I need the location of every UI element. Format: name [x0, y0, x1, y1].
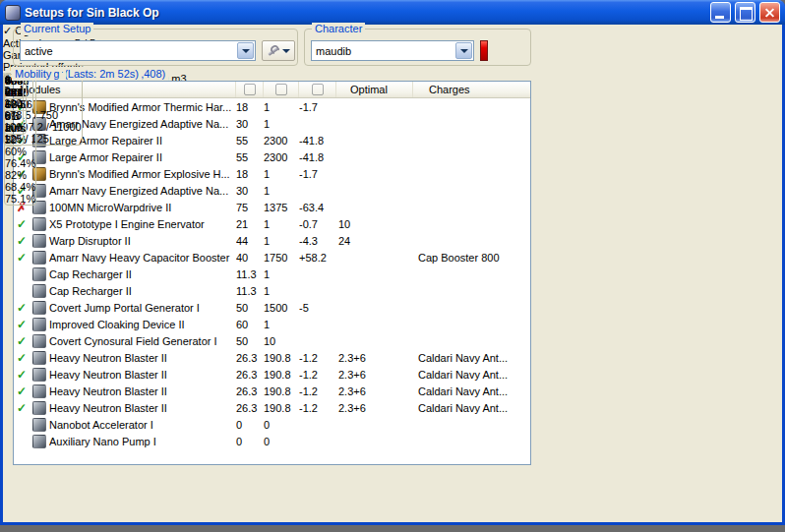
column-header-charges[interactable]: Charges: [413, 82, 530, 97]
close-button[interactable]: [759, 2, 780, 23]
character-label: Character: [312, 23, 365, 35]
table-row[interactable]: ✓Heavy Neutron Blaster II26.3190.8-1.22.…: [14, 366, 530, 383]
module-cap-use: +58.2: [299, 252, 336, 264]
module-cpu: 0: [236, 419, 264, 431]
table-row[interactable]: ✓Heavy Neutron Blaster II26.3190.8-1.22.…: [14, 349, 530, 366]
module-cap-use: -41.8: [299, 135, 336, 147]
module-name: Cap Recharger II: [49, 285, 236, 297]
module-cpu: 40: [236, 252, 264, 264]
table-row[interactable]: ✓Large Armor Repairer II552300-41.8: [14, 148, 530, 165]
ship-parameters-group: Ship Parameters Hitpoints (Effective HP:…: [3, 73, 5, 75]
module-optimal: 2.3+6: [336, 385, 413, 397]
blaster-icon: [32, 384, 46, 398]
rig-icon: [32, 418, 46, 432]
table-header: Modules Optimal Charges: [14, 82, 530, 98]
module-powergrid: 190.8: [264, 369, 299, 381]
module-cpu: 26.3: [236, 352, 264, 364]
table-row[interactable]: ✓Heavy Neutron Blaster II26.3190.8-1.22.…: [14, 383, 530, 399]
module-cpu: 60: [236, 319, 264, 330]
module-cap-use: -63.4: [299, 202, 336, 213]
module-cap-use: -0.7: [299, 218, 336, 230]
powergrid-icon: [275, 84, 287, 95]
module-cpu: 30: [236, 118, 264, 130]
column-header-cpu[interactable]: [236, 82, 264, 97]
module-cpu: 55: [236, 135, 264, 147]
module-name: Nanobot Accelerator I: [49, 419, 236, 431]
table-row[interactable]: ✓Covert Cynosural Field Generator I5010: [14, 332, 530, 349]
character-selected-value: maudib: [316, 45, 351, 57]
table-row[interactable]: Auxiliary Nano Pump I00: [14, 433, 530, 449]
module-powergrid: 1: [264, 118, 299, 130]
module-optimal: 24: [336, 235, 413, 247]
module-powergrid: 0: [264, 419, 299, 431]
column-header-optimal[interactable]: Optimal: [336, 82, 413, 97]
module-name: X5 Prototype I Engine Enervator: [49, 218, 236, 230]
active-check-icon: ✓: [17, 401, 27, 415]
module-name: Cap Recharger II: [49, 268, 236, 280]
table-row[interactable]: ✓Large Armor Repairer II552300-41.8: [14, 132, 530, 148]
table-row[interactable]: ✓Amarr Navy Energized Adaptive Na...301: [14, 115, 530, 132]
character-dropdown-button[interactable]: [455, 42, 472, 59]
minimize-button[interactable]: [710, 2, 731, 23]
table-row[interactable]: ✓Improved Cloaking Device II601: [14, 316, 530, 332]
table-row[interactable]: ✓Brynn's Modified Armor Thermic Har...18…: [14, 98, 530, 115]
table-row[interactable]: ✓Heavy Neutron Blaster II26.3190.8-1.22.…: [14, 399, 530, 416]
current-setup-group: Current Setup active: [13, 29, 298, 66]
table-row[interactable]: Nanobot Accelerator I00: [14, 416, 530, 433]
table-row[interactable]: ✓Amarr Navy Heavy Capacitor Booster40175…: [14, 249, 530, 266]
setup-tools-button[interactable]: [262, 40, 295, 61]
module-powergrid: 1375: [264, 202, 299, 213]
active-check-icon: ✓: [17, 351, 27, 365]
active-check-icon: ✓: [17, 301, 27, 315]
table-row[interactable]: ✓X5 Prototype I Engine Enervator211-0.71…: [14, 215, 530, 232]
drone-checkbox[interactable]: ✓: [3, 25, 12, 36]
column-header-powergrid[interactable]: [264, 82, 299, 97]
module-charge: Caldari Navy Ant...: [413, 402, 530, 414]
table-row[interactable]: Cap Recharger II11.31: [14, 266, 530, 282]
column-header-cap-usage[interactable]: [299, 82, 336, 97]
active-check-icon: ✓: [17, 251, 27, 265]
wrench-icon: [267, 44, 279, 57]
maximize-button[interactable]: [735, 2, 755, 23]
window-title: Setups for Sin Black Op: [25, 6, 706, 20]
module-powergrid: 1: [264, 235, 299, 247]
table-row[interactable]: ✓Warp Disruptor II441-4.324: [14, 232, 530, 249]
armor-em-resist: 76.4%: [5, 157, 35, 169]
active-check-icon: ✓: [17, 384, 27, 398]
active-check-icon: ✓: [17, 368, 27, 382]
character-select[interactable]: maudib: [311, 40, 474, 61]
table-row[interactable]: ✓Covert Jump Portal Generator I501500-5: [14, 299, 530, 316]
module-powergrid: 1: [264, 168, 299, 180]
table-row[interactable]: ✗100MN MicroWarpdrive II751375-63.4: [14, 199, 530, 215]
module-powergrid: 190.8: [264, 402, 299, 414]
module-name: Heavy Neutron Blaster II: [49, 369, 236, 381]
cap-recharger-icon: [32, 267, 46, 281]
character-group: Character maudib: [304, 29, 531, 66]
module-cap-use: -1.7: [299, 101, 336, 113]
sensor-strength: 22: [5, 134, 17, 146]
blaster-icon: [32, 368, 46, 382]
module-name: 100MN MicroWarpdrive II: [49, 202, 236, 213]
module-name: Heavy Neutron Blaster II: [49, 402, 236, 414]
module-name: Amarr Navy Heavy Capacitor Booster: [49, 252, 236, 264]
titlebar: Setups for Sin Black Op: [0, 0, 785, 25]
module-name: Warp Disruptor II: [49, 235, 236, 247]
module-powergrid: 1500: [264, 302, 299, 314]
active-check-icon: ✓: [17, 334, 27, 348]
module-cap-use: -1.2: [299, 352, 336, 364]
app-window: Setups for Sin Black Op Current Setup ac…: [0, 0, 785, 525]
module-cap-use: -1.7: [299, 168, 336, 180]
module-cpu: 44: [236, 235, 264, 247]
table-row[interactable]: Cap Recharger II11.31: [14, 282, 530, 299]
cyno-icon: [32, 334, 46, 348]
table-row[interactable]: ✓Brynn's Modified Armor Explosive H...18…: [14, 165, 530, 182]
setup-select[interactable]: active: [20, 40, 256, 61]
modules-table: Modules Optimal Charges ✓Brynn's Modifie…: [13, 81, 531, 465]
module-cap-use: -1.2: [299, 402, 336, 414]
module-optimal: 2.3+6: [336, 369, 413, 381]
blaster-icon: [32, 401, 46, 415]
setup-dropdown-button[interactable]: [237, 42, 254, 59]
module-cpu: 21: [236, 218, 264, 230]
table-row[interactable]: ✓Amarr Navy Energized Adaptive Na...301: [14, 182, 530, 199]
module-powergrid: 1: [264, 268, 299, 280]
